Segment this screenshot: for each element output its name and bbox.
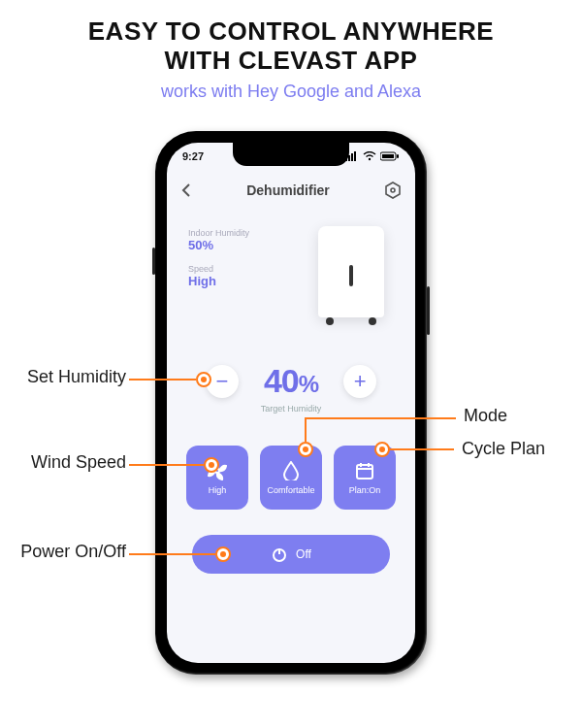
- page-title: Dehumidifier: [246, 182, 330, 198]
- phone-screen: 9:27 Dehumidifier Indoor Humidity 50%: [167, 143, 415, 663]
- svg-rect-2: [351, 153, 353, 161]
- callout-wind-speed: Wind Speed: [0, 452, 126, 473]
- svg-point-9: [391, 188, 395, 192]
- callout-power: Power On/Off: [0, 542, 126, 562]
- status-time: 9:27: [182, 150, 204, 162]
- wind-speed-tile[interactable]: High: [186, 446, 248, 510]
- callout-leader: [305, 417, 307, 442]
- readouts-block: Indoor Humidity 50% Speed High: [188, 228, 249, 288]
- phone-frame: 9:27 Dehumidifier Indoor Humidity 50%: [155, 131, 427, 675]
- mode-tile[interactable]: Comfortable: [260, 446, 322, 510]
- callout-dot: [298, 442, 313, 457]
- callout-cycle-plan: Cycle Plan: [462, 439, 545, 459]
- svg-marker-8: [386, 182, 400, 198]
- mode-tiles: High Comfortable Plan:On: [186, 446, 396, 510]
- callout-leader: [305, 417, 456, 419]
- callout-mode: Mode: [464, 406, 507, 426]
- indoor-humidity-value: 50%: [188, 238, 249, 252]
- power-label: Off: [296, 547, 311, 561]
- product-marketing-graphic: EASY TO CONTROL ANYWHERE WITH CLEVAST AP…: [0, 0, 582, 728]
- svg-rect-6: [382, 154, 394, 158]
- speed-label: Speed: [188, 264, 249, 274]
- settings-button[interactable]: [384, 182, 402, 199]
- svg-point-4: [369, 158, 371, 160]
- svg-rect-7: [397, 154, 399, 158]
- humidity-increase-button[interactable]: +: [343, 365, 376, 398]
- callout-dot: [204, 457, 219, 473]
- svg-rect-1: [348, 155, 350, 161]
- phone-side-button: [152, 248, 155, 275]
- status-bar: 9:27: [167, 143, 415, 170]
- target-humidity-label: Target Humidity: [167, 404, 415, 414]
- settings-hexagon-icon: [384, 182, 402, 199]
- svg-rect-0: [345, 157, 347, 161]
- headline-line-1: EASY TO CONTROL ANYWHERE: [0, 17, 582, 47]
- svg-rect-11: [357, 465, 372, 479]
- power-icon: [271, 546, 288, 563]
- signal-icon: [345, 151, 359, 161]
- wind-speed-label: High: [209, 485, 227, 495]
- chevron-left-icon: [180, 182, 192, 198]
- target-humidity-block: − 40% + Target Humidity: [167, 362, 415, 414]
- svg-rect-3: [354, 151, 356, 161]
- indoor-humidity-label: Indoor Humidity: [188, 228, 249, 238]
- speed-value: High: [188, 274, 249, 288]
- app-header: Dehumidifier: [167, 176, 415, 205]
- plan-label: Plan:On: [349, 485, 381, 495]
- callout-leader: [388, 448, 454, 450]
- target-humidity-value: 40%: [264, 362, 318, 400]
- callout-leader: [129, 379, 196, 381]
- wifi-icon: [363, 151, 376, 161]
- callout-dot: [196, 372, 211, 387]
- callout-leader: [129, 553, 215, 555]
- back-button[interactable]: [180, 182, 192, 198]
- headline-line-2: WITH CLEVAST APP: [0, 47, 582, 76]
- calendar-icon: [355, 461, 374, 480]
- callout-leader: [129, 464, 204, 466]
- headline-sub: works with Hey Google and Alexa: [0, 82, 582, 102]
- droplet-icon: [282, 461, 300, 480]
- callout-dot: [215, 546, 231, 562]
- product-illustration: [308, 220, 394, 327]
- phone-side-button: [427, 286, 430, 335]
- battery-icon: [380, 151, 400, 161]
- headline-block: EASY TO CONTROL ANYWHERE WITH CLEVAST AP…: [0, 17, 582, 102]
- callout-set-humidity: Set Humidity: [0, 367, 126, 387]
- mode-label: Comfortable: [267, 485, 314, 495]
